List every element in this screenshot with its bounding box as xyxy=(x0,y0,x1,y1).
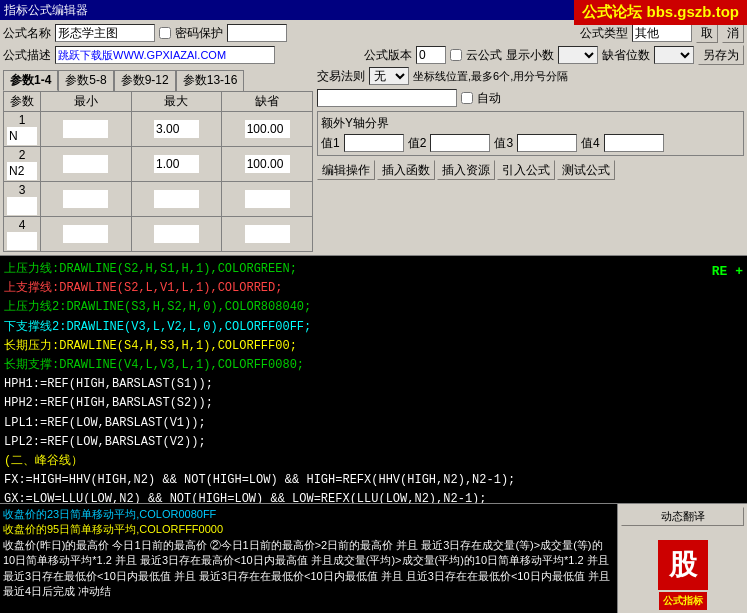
param-max-input[interactable] xyxy=(154,155,199,173)
param-min-input[interactable] xyxy=(63,190,108,208)
formula-desc-label: 公式描述 xyxy=(3,47,51,64)
param-name-cell: 4 xyxy=(4,217,41,252)
param-default-input[interactable] xyxy=(245,155,290,173)
col-max: 最大 xyxy=(131,92,222,112)
formula-line: 上压力线2:DRAWLINE(S3,H,S2,H,0),COLOR808040; xyxy=(4,298,743,317)
re-plus-indicator: RE + xyxy=(712,264,743,279)
bottom-panel: 收盘价的23日简单移动平均,COLOR0080FF收盘价的95日简单移动平均,C… xyxy=(0,503,747,613)
position-label: 坐标线位置,最多6个,用分号分隔 xyxy=(413,69,568,84)
ok-button[interactable]: 取 xyxy=(696,23,718,43)
password-input[interactable] xyxy=(227,24,287,42)
formula-line: (二、峰谷线） xyxy=(4,452,743,471)
param-default-input[interactable] xyxy=(245,225,290,243)
formula-line: HPH2:=REF(HIGH,BARSLAST(S2)); xyxy=(4,394,743,413)
bottom-line: 收盘价的23日简单移动平均,COLOR0080FF xyxy=(3,507,614,522)
extra-y-label: 额外Y轴分界 xyxy=(321,115,740,132)
formula-line: LPL1:=REF(LOW,BARSLAST(V1)); xyxy=(4,414,743,433)
formula-desc-input[interactable] xyxy=(55,46,275,64)
param-max-input[interactable] xyxy=(154,225,199,243)
param-min-input[interactable] xyxy=(63,120,108,138)
param-default-input[interactable] xyxy=(245,190,290,208)
formula-editor[interactable]: 上压力线:DRAWLINE(S2,H,S1,H,1),COLORGREEN;上支… xyxy=(0,256,747,503)
param-name-cell: 3 xyxy=(4,182,41,217)
table-row: 1 xyxy=(4,112,313,147)
bottom-line: 收盘价的95日简单移动平均,COLORFFF0000 xyxy=(3,522,614,537)
show-small-label: 显示小数 xyxy=(506,47,554,64)
bottom-line: 收盘价(昨日)的最高价 今日1日前的最高价 ②今日1日前的最高价>2日前的最高价… xyxy=(3,538,614,600)
val1-input[interactable] xyxy=(344,134,404,152)
formula-line: HPH1:=REF(HIGH,BARSLAST(S1)); xyxy=(4,375,743,394)
save-as-button[interactable]: 另存为 xyxy=(698,45,744,65)
param-min-input[interactable] xyxy=(63,225,108,243)
formula-indicator-watermark: 公式指标 xyxy=(659,592,707,610)
val4-label: 值4 xyxy=(581,135,600,152)
formula-line: 下支撑线2:DRAWLINE(V3,L,V2,L,0),COLORFF00FF; xyxy=(4,318,743,337)
cloud-checkbox[interactable] xyxy=(450,49,462,61)
table-row: 4 xyxy=(4,217,313,252)
params-table: 参数 最小 最大 缺省 1 2 3 4 xyxy=(3,91,313,252)
param-min-input[interactable] xyxy=(63,155,108,173)
val3-label: 值3 xyxy=(494,135,513,152)
bottom-right-panel: 动态翻译 股 公式指标 xyxy=(617,504,747,613)
col-min: 最小 xyxy=(41,92,132,112)
digits-select[interactable] xyxy=(558,46,598,64)
col-param: 参数 xyxy=(4,92,41,112)
dynamic-translate-button[interactable]: 动态翻译 xyxy=(621,507,744,526)
param-name-cell: 1 xyxy=(4,112,41,147)
bbs-watermark: 公式论坛 bbs.gszb.top xyxy=(574,0,747,25)
auto-checkbox[interactable] xyxy=(461,92,473,104)
formula-type-input[interactable] xyxy=(632,24,692,42)
val1-label: 值1 xyxy=(321,135,340,152)
param-name-input[interactable] xyxy=(7,197,37,215)
tab-params-5-8[interactable]: 参数5-8 xyxy=(58,70,113,91)
position-input[interactable] xyxy=(317,89,457,107)
formula-version-label: 公式版本 xyxy=(364,47,412,64)
param-name-input[interactable] xyxy=(7,127,37,145)
trading-rule-select[interactable]: 无 xyxy=(369,67,409,85)
stock-watermark-char: 股 xyxy=(658,540,708,590)
tab-params-1-4[interactable]: 参数1-4 xyxy=(3,70,58,91)
val2-label: 值2 xyxy=(408,135,427,152)
cloud-label: 云公式 xyxy=(466,47,502,64)
formula-name-input[interactable] xyxy=(55,24,155,42)
formula-line: 上压力线:DRAWLINE(S2,H,S1,H,1),COLORGREEN; xyxy=(4,260,743,279)
params-tabs: 参数1-4 参数5-8 参数9-12 参数13-16 xyxy=(3,70,313,91)
action-buttons: 编辑操作 插入函数 插入资源 引入公式 测试公式 xyxy=(317,160,744,180)
title-text: 指标公式编辑器 xyxy=(4,2,88,19)
val4-input[interactable] xyxy=(604,134,664,152)
cancel-button[interactable]: 消 xyxy=(722,23,744,43)
tab-params-9-12[interactable]: 参数9-12 xyxy=(114,70,176,91)
import-formula-button[interactable]: 引入公式 xyxy=(497,160,555,180)
formula-lines: 上压力线:DRAWLINE(S2,H,S1,H,1),COLORGREEN;上支… xyxy=(4,260,743,503)
param-default-input[interactable] xyxy=(245,120,290,138)
table-row: 2 xyxy=(4,147,313,182)
insert-resource-button[interactable]: 插入资源 xyxy=(437,160,495,180)
edit-operations-button[interactable]: 编辑操作 xyxy=(317,160,375,180)
val3-input[interactable] xyxy=(517,134,577,152)
default-digits-value[interactable] xyxy=(654,46,694,64)
default-digits-label: 缺省位数 xyxy=(602,47,650,64)
bottom-description: 收盘价的23日简单移动平均,COLOR0080FF收盘价的95日简单移动平均,C… xyxy=(0,504,617,613)
table-row: 3 xyxy=(4,182,313,217)
param-name-input[interactable] xyxy=(7,232,37,250)
val2-input[interactable] xyxy=(430,134,490,152)
test-formula-button[interactable]: 测试公式 xyxy=(557,160,615,180)
password-label: 密码保护 xyxy=(175,25,223,42)
extra-y-section: 额外Y轴分界 值1 值2 值3 值4 xyxy=(317,111,744,156)
trading-rule-label: 交易法则 xyxy=(317,68,365,85)
formula-type-label: 公式类型 xyxy=(580,25,628,42)
formula-line: 长期支撑:DRAWLINE(V4,L,V3,L,1),COLORFF0080; xyxy=(4,356,743,375)
param-max-input[interactable] xyxy=(154,190,199,208)
formula-line: 上支撑线:DRAWLINE(S2,L,V1,L,1),COLORRED; xyxy=(4,279,743,298)
param-max-input[interactable] xyxy=(154,120,199,138)
tab-params-13-16[interactable]: 参数13-16 xyxy=(176,70,245,91)
formula-line: GX:=LOW=LLU(LOW,N2) && NOT(HIGH=LOW) && … xyxy=(4,490,743,503)
formula-line: FX:=HIGH=HHV(HIGH,N2) && NOT(HIGH=LOW) &… xyxy=(4,471,743,490)
insert-function-button[interactable]: 插入函数 xyxy=(377,160,435,180)
formula-version-input[interactable] xyxy=(416,46,446,64)
password-checkbox[interactable] xyxy=(159,27,171,39)
param-name-input[interactable] xyxy=(7,162,37,180)
formula-name-label: 公式名称 xyxy=(3,25,51,42)
formula-line: LPL2:=REF(LOW,BARSLAST(V2)); xyxy=(4,433,743,452)
col-default: 缺省 xyxy=(222,92,313,112)
